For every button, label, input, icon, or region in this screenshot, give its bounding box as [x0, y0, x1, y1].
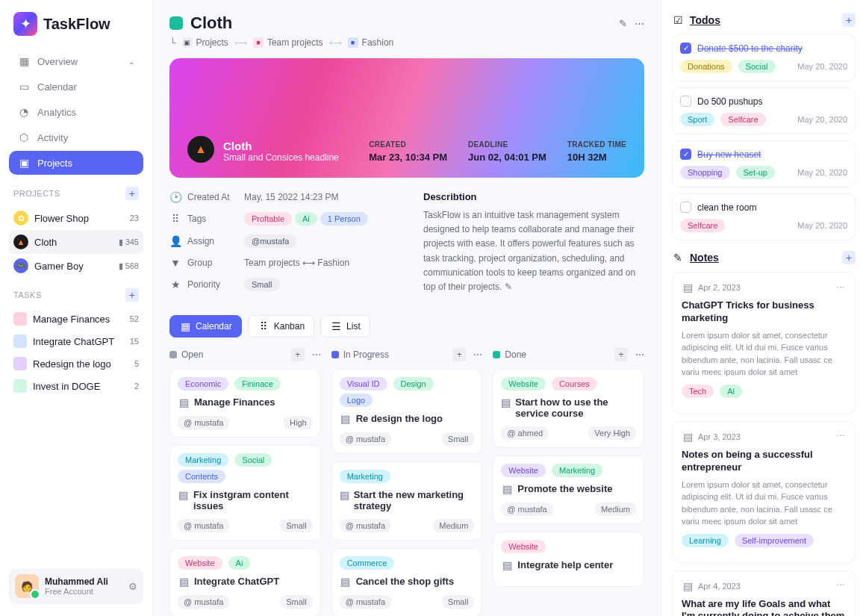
star-icon: ★: [169, 279, 181, 290]
note-item[interactable]: ▤Apr 4, 2023⋯What are my life Goals and …: [672, 570, 856, 616]
priority-pill[interactable]: Small: [244, 278, 280, 291]
task-color-icon: [13, 379, 27, 393]
note-more-icon[interactable]: ⋯: [836, 432, 846, 441]
todo-title: clean the room: [697, 202, 756, 213]
more-icon[interactable]: ⋯: [635, 18, 644, 29]
note-more-icon[interactable]: ⋯: [836, 283, 846, 293]
note-date: Apr 2, 2023: [698, 283, 741, 292]
doc-icon: ▤: [501, 483, 513, 495]
side-task[interactable]: Invest in DOGE2: [9, 375, 143, 397]
card-tag: Visual ID: [340, 377, 387, 391]
add-todo-button[interactable]: +: [842, 13, 856, 27]
crumb[interactable]: ■Team projects: [253, 37, 323, 48]
project-flower shop[interactable]: ✿Flower Shop23: [9, 206, 143, 230]
card-assignee: @ ahmed: [501, 426, 549, 440]
add-note-button[interactable]: +: [842, 251, 856, 264]
edit-icon[interactable]: ✎: [619, 18, 627, 29]
main: Cloth ✎ ⋯ └▣Projects⟷■Team projects⟷■Fas…: [153, 0, 661, 616]
add-task-button[interactable]: +: [125, 288, 139, 302]
analytics-icon: ◔: [18, 106, 30, 118]
todo-checkbox[interactable]: ✓: [680, 43, 691, 54]
task-card[interactable]: WebsiteAi▤Integrate ChatGPT@ mustafaSmal…: [169, 548, 321, 616]
task-card[interactable]: EconomicFininace▤Manage Finances@ mustaf…: [169, 369, 321, 438]
tags-icon: ⠿: [169, 213, 181, 225]
todo-checkbox[interactable]: ✓: [680, 149, 691, 160]
settings-icon[interactable]: ⚙: [128, 581, 137, 592]
todo-checkbox[interactable]: [680, 96, 691, 107]
note-item[interactable]: ▤Apr 3, 2023⋯Notes on being a successful…: [672, 421, 856, 563]
logo[interactable]: ✦ TaskFlow: [9, 12, 143, 36]
task-card[interactable]: Visual IDDesignLogo▤Re design the logo@ …: [331, 369, 483, 454]
todo-item[interactable]: ✓Donate $500 to the charityDonationsSoci…: [672, 34, 856, 81]
task-card[interactable]: WebsiteCourses▤Start how to use the serv…: [493, 369, 644, 448]
column-more-icon[interactable]: ⋯: [635, 349, 644, 360]
crumb[interactable]: ▣Projects: [182, 37, 228, 48]
card-assignee: @ mustafa: [340, 595, 391, 609]
column-open: Open+⋯EconomicFininace▤Manage Finances@ …: [169, 348, 321, 616]
checklist-icon: ☑: [672, 14, 684, 26]
nav-overview[interactable]: ▦Overview⌄: [9, 49, 143, 73]
project-gamer boy[interactable]: 🎮Gamer Boy▮ 568: [9, 254, 143, 278]
add-card-button[interactable]: +: [291, 348, 305, 361]
side-task[interactable]: Integrate ChatGPT15: [9, 330, 143, 352]
nav-activity[interactable]: ⬡Activity: [9, 125, 143, 149]
tag-pill[interactable]: Ai: [295, 212, 317, 225]
logo-icon: ✦: [13, 12, 37, 36]
funnel-icon: ▼: [169, 257, 181, 269]
user-plan: Free Account: [45, 587, 108, 596]
nav-calendar[interactable]: ▭Calendar: [9, 75, 143, 99]
edit-desc-icon[interactable]: ✎: [505, 281, 512, 292]
tab-calendar[interactable]: ▦Calendar: [169, 315, 242, 337]
todo-checkbox[interactable]: [680, 202, 691, 213]
card-tag: Fininace: [234, 377, 281, 391]
todo-tag: Social: [738, 60, 776, 73]
card-assignee: @ mustafa: [178, 595, 229, 609]
nav-analytics[interactable]: ◔Analytics: [9, 100, 143, 124]
task-card[interactable]: MarketingSocialContents▤Fix instgram con…: [169, 445, 321, 541]
tab-list[interactable]: ☰List: [320, 315, 370, 337]
doc-icon: ▤: [340, 489, 349, 501]
tag-pill[interactable]: Proftable: [244, 212, 292, 225]
note-date: Apr 3, 2023: [698, 432, 741, 441]
note-title: ChatGPT Tricks for business marketing: [682, 299, 846, 325]
add-card-button[interactable]: +: [452, 348, 466, 361]
doc-icon: ▤: [178, 489, 189, 501]
nav-projects[interactable]: ▣Projects: [9, 151, 143, 175]
side-task[interactable]: Redesign the logo5: [9, 352, 143, 375]
note-item[interactable]: ▤Apr 2, 2023⋯ChatGPT Tricks for business…: [672, 272, 856, 414]
todo-item[interactable]: Do 500 pushupsSportSelfcareMay 20, 2020: [672, 87, 856, 134]
task-card[interactable]: WebsiteMarketing▤Promote the website@ mu…: [493, 455, 644, 524]
note-tag: Ai: [720, 385, 742, 398]
calendar-icon: ▦: [179, 320, 191, 332]
tab-kanban[interactable]: ⠿Kanban: [248, 315, 314, 337]
task-card[interactable]: Marketing▤Start the new marketing strate…: [331, 461, 483, 541]
column-more-icon[interactable]: ⋯: [312, 349, 321, 360]
task-card[interactable]: Commerce▤Cancel the shop gifts@ mustafaS…: [331, 548, 483, 616]
hero-title: Cloth: [223, 140, 339, 152]
doc-icon: ▤: [178, 576, 190, 588]
card-priority: Very High: [588, 426, 636, 440]
task-card[interactable]: Website▤Integrate help center: [493, 532, 644, 587]
project-cloth[interactable]: ▲Cloth▮ 345: [9, 230, 143, 254]
add-card-button[interactable]: +: [614, 348, 628, 361]
notes-header[interactable]: Notes: [690, 252, 719, 264]
created-value: May, 15 2022 14:23 PM: [244, 192, 339, 202]
todo-item[interactable]: clean the roomSelfcareMay 20, 2020: [672, 193, 856, 240]
column-more-icon[interactable]: ⋯: [473, 349, 482, 360]
card-tag: Ai: [228, 556, 251, 570]
tag-pill[interactable]: 1 Person: [320, 212, 368, 225]
side-task[interactable]: Manage Finances52: [9, 308, 143, 330]
add-project-button[interactable]: +: [125, 187, 139, 200]
card-priority: Medium: [595, 503, 636, 516]
projects-header: PROJECTS: [13, 189, 60, 198]
todo-item[interactable]: ✓Buy new heasetShoppingSet-upMay 20, 202…: [672, 140, 856, 187]
note-more-icon[interactable]: ⋯: [836, 581, 846, 591]
card-tag: Commerce: [340, 556, 395, 570]
crumb[interactable]: ■Fashion: [348, 37, 394, 48]
todos-header[interactable]: Todos: [690, 14, 720, 26]
todo-tag: Donations: [680, 60, 732, 73]
column-done: Done+⋯WebsiteCourses▤Start how to use th…: [493, 348, 644, 616]
assignee-pill[interactable]: @ mustafa: [244, 234, 296, 248]
card-tag: Design: [393, 377, 434, 391]
user-card[interactable]: 🧑 Muhammed Ali Free Account ⚙: [9, 568, 143, 604]
